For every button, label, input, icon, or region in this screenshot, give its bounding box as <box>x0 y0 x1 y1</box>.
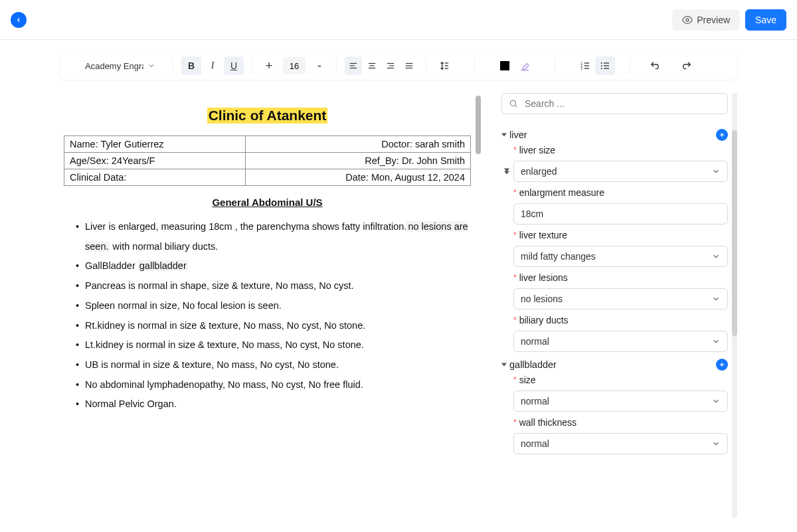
doctor-cell[interactable]: Doctor: sarah smith <box>246 136 471 153</box>
document-pane: Clinic of Atankent Name: Tyler Gutierrez… <box>60 93 482 531</box>
required-star-icon: * <box>513 376 517 384</box>
ref-cell[interactable]: Ref_By: Dr. John Smith <box>246 153 471 169</box>
finding-text: No abdominal lymphadenopathy, No mass, N… <box>85 379 363 390</box>
select-value: normal <box>521 396 549 406</box>
field-label-text: enlargment measure <box>519 187 604 198</box>
back-button[interactable] <box>11 12 27 28</box>
document-editor[interactable]: Clinic of Atankent Name: Tyler Gutierrez… <box>60 93 475 531</box>
unordered-list-button[interactable] <box>595 56 615 75</box>
table-row: Clinical Data: Date: Mon, August 12, 202… <box>64 169 471 186</box>
undo-button[interactable] <box>645 56 665 75</box>
line-height-button[interactable] <box>434 56 454 75</box>
chevron-down-icon <box>711 167 721 176</box>
svg-point-27 <box>601 62 602 64</box>
italic-button[interactable]: I <box>203 56 222 75</box>
plus-icon <box>719 361 725 368</box>
finding-item[interactable]: UB is normal in size & texture, No mass,… <box>80 355 471 375</box>
section-title: gallbladder <box>509 359 557 370</box>
date-cell[interactable]: Date: Mon, August 12, 2024 <box>246 169 471 186</box>
underline-button[interactable]: U <box>224 56 244 75</box>
table-row: Age/Sex: 24Years/F Ref_By: Dr. John Smit… <box>64 153 471 169</box>
align-left-button[interactable] <box>345 56 362 75</box>
align-center-button[interactable] <box>363 56 381 75</box>
divider <box>426 58 426 73</box>
field-label-text: wall thickness <box>519 417 576 428</box>
age-cell[interactable]: Age/Sex: 24Years/F <box>64 153 246 169</box>
preview-button[interactable]: Preview <box>672 9 740 31</box>
field-label: *wall thickness <box>513 417 728 428</box>
clinical-cell[interactable]: Clinical Data: <box>64 169 246 186</box>
font-size-value[interactable]: 16 <box>283 57 306 74</box>
finding-text: Normal Pelvic Organ. <box>85 399 177 409</box>
text-input[interactable]: 18cm <box>513 203 728 224</box>
clinic-title[interactable]: Clinic of Atankent <box>207 108 328 124</box>
section-header[interactable]: gallbladder <box>501 359 728 371</box>
font-family-select[interactable]: Academy Engrav <box>65 61 165 71</box>
decrease-font-button[interactable]: - <box>311 59 328 73</box>
align-right-button[interactable] <box>382 56 399 75</box>
field-label: *liver texture <box>513 230 728 240</box>
field-label-text: liver texture <box>519 230 567 240</box>
finding-item[interactable]: Spleen normal in size, No focal lesion i… <box>80 296 471 316</box>
align-justify-icon <box>404 60 414 71</box>
align-center-icon <box>367 60 377 71</box>
align-justify-button[interactable] <box>400 56 418 75</box>
highlight-icon <box>519 60 530 71</box>
required-star-icon: * <box>513 316 517 324</box>
select-input[interactable]: no lesions <box>513 288 728 310</box>
finding-text: GallBladder <box>85 260 138 271</box>
finding-item[interactable]: Pancreas is normal in shape, size & text… <box>80 276 471 296</box>
search-input[interactable] <box>523 98 721 110</box>
search-input-container[interactable] <box>501 93 728 114</box>
findings-list[interactable]: Liver is enlarged, measuring 18cm , the … <box>64 217 471 414</box>
finding-text: Lt.kidney is normal in size & texture, N… <box>85 339 364 350</box>
increase-font-button[interactable]: + <box>260 59 278 73</box>
section-title: liver <box>509 130 527 140</box>
scrollbar-thumb[interactable] <box>732 130 737 336</box>
divider <box>630 58 630 73</box>
select-input[interactable]: normal <box>513 331 728 352</box>
finding-item[interactable]: GallBladder gallbladder <box>80 256 471 276</box>
field-label: *enlargment measure <box>513 187 728 198</box>
ordered-list-button[interactable]: 123 <box>575 56 595 75</box>
field-label-text: liver lesions <box>519 272 568 283</box>
field-label: *liver size <box>513 145 728 155</box>
finding-item[interactable]: No abdominal lymphadenopathy, No mass, N… <box>80 375 471 395</box>
caret-down-icon <box>501 362 507 367</box>
fields-sidebar: liver*liver sizeenlarged*enlargment meas… <box>501 93 737 531</box>
name-cell[interactable]: Name: Tyler Gutierrez <box>64 136 246 153</box>
font-color-button[interactable] <box>495 56 515 75</box>
finding-item[interactable]: Normal Pelvic Organ. <box>80 395 471 414</box>
save-button[interactable]: Save <box>745 9 786 31</box>
plus-icon <box>719 132 725 138</box>
redo-button[interactable] <box>677 56 697 75</box>
select-input[interactable]: mild fatty changes <box>513 246 728 267</box>
bold-button[interactable]: B <box>181 56 201 75</box>
scrollbar-thumb[interactable] <box>476 96 481 154</box>
divider <box>252 58 252 73</box>
select-input[interactable]: normal <box>513 433 728 454</box>
divider <box>555 58 555 73</box>
finding-item[interactable]: Lt.kidney is normal in size & texture, N… <box>80 335 471 355</box>
sidebar-scrollbar[interactable] <box>732 93 737 518</box>
add-section-button[interactable] <box>716 129 728 141</box>
select-input[interactable]: normal <box>513 391 728 412</box>
section-header[interactable]: liver <box>501 129 728 141</box>
required-star-icon: * <box>513 146 517 154</box>
placeholder-token[interactable]: gallbladder <box>138 260 188 271</box>
select-value: normal <box>521 336 549 347</box>
finding-item[interactable]: Rt.kidney is normal in size & texture, N… <box>80 316 471 336</box>
add-section-button[interactable] <box>716 359 728 371</box>
align-left-icon <box>349 60 358 71</box>
select-value: enlarged <box>521 166 557 177</box>
document-scrollbar[interactable] <box>475 93 482 531</box>
finding-text: Liver is enlarged, measuring 18cm , the … <box>85 221 406 232</box>
report-subheading[interactable]: General Abdominal U/S <box>64 197 471 208</box>
finding-item[interactable]: Liver is enlarged, measuring 18cm , the … <box>80 217 471 256</box>
field-label: *biliary ducts <box>513 315 728 325</box>
undo-icon <box>650 60 660 71</box>
select-input[interactable]: enlarged <box>513 161 728 182</box>
highlight-color-button[interactable] <box>515 56 535 75</box>
svg-point-29 <box>601 68 602 69</box>
redo-icon <box>681 60 692 71</box>
